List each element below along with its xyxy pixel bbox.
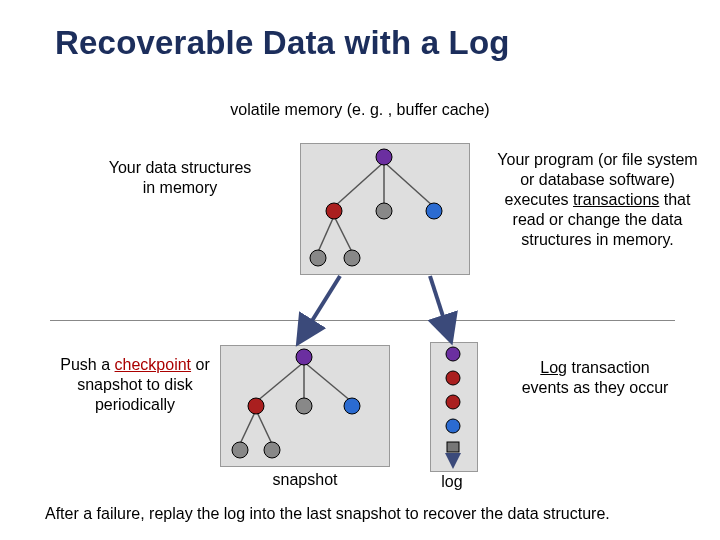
line: Push a checkpoint or	[60, 356, 209, 373]
underline-transactions: transactions	[573, 191, 659, 208]
line: structures in memory.	[521, 231, 674, 248]
slide: Recoverable Data with a Log volatile mem…	[0, 0, 720, 540]
line: Log transaction	[540, 359, 649, 376]
underline-checkpoint: checkpoint	[115, 356, 192, 373]
arrow-to-log	[430, 276, 450, 338]
log-box	[430, 342, 478, 472]
line: or database software)	[520, 171, 675, 188]
text-log-events: Log transaction events as they occur	[510, 358, 680, 398]
snapshot-box	[220, 345, 390, 467]
line: in memory	[143, 179, 218, 196]
line: read or change the data	[513, 211, 683, 228]
underline-log: Log	[540, 359, 567, 376]
line: snapshot to disk	[77, 376, 193, 393]
log-caption: log	[432, 472, 472, 492]
line: Your data structures	[109, 159, 252, 176]
text-data-structures: Your data structures in memory	[80, 158, 280, 198]
text-transactions: Your program (or file system or database…	[490, 150, 705, 250]
line: executes transactions that	[505, 191, 691, 208]
snapshot-caption: snapshot	[255, 470, 355, 490]
text-checkpoint: Push a checkpoint or snapshot to disk pe…	[55, 355, 215, 415]
page-title: Recoverable Data with a Log	[55, 24, 510, 62]
separator-line	[50, 320, 675, 321]
volatile-label: volatile memory (e. g. , buffer cache)	[200, 100, 520, 120]
memory-box	[300, 143, 470, 275]
arrow-to-snapshot	[300, 276, 340, 340]
line: events as they occur	[522, 379, 669, 396]
line: Your program (or file system	[497, 151, 697, 168]
footer-sentence: After a failure, replay the log into the…	[45, 505, 680, 523]
line: periodically	[95, 396, 175, 413]
